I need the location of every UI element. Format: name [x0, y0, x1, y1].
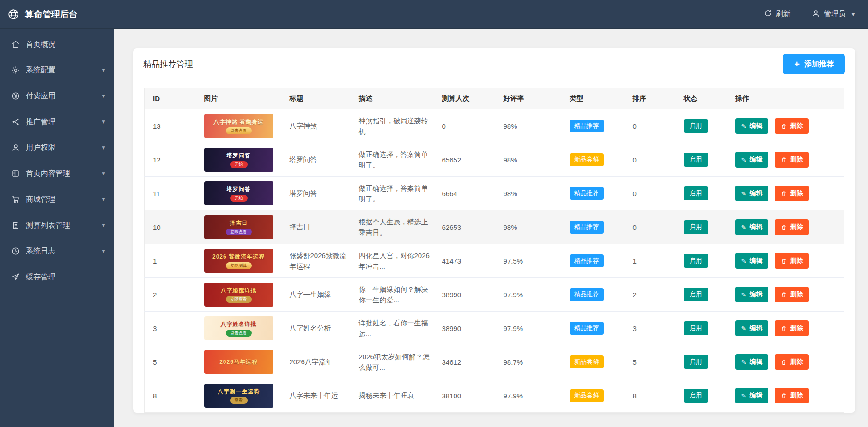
edit-button[interactable]: ✎ 编辑	[735, 388, 769, 403]
cell-rate: 98.7%	[497, 345, 563, 379]
cell-actions: ✎ 编辑 删除	[729, 278, 844, 312]
globe-icon	[7, 8, 19, 20]
edit-button[interactable]: ✎ 编辑	[735, 219, 769, 235]
cell-id: 12	[145, 143, 198, 177]
chevron-down-icon: ▼	[101, 67, 106, 73]
cell-rate: 98%	[497, 143, 563, 177]
cell-id: 11	[145, 177, 198, 210]
delete-button[interactable]: 删除	[775, 219, 809, 235]
cell-image: 2026 紫微流年运程 立即测算	[198, 244, 283, 278]
trash-icon	[781, 258, 787, 264]
cell-count: 65652	[436, 143, 497, 177]
cell-order: 2	[626, 278, 677, 312]
cell-order: 0	[626, 143, 677, 177]
sidebar-item-promotion[interactable]: 推广管理 ▼	[0, 109, 114, 135]
cell-status: 启用	[677, 312, 729, 345]
sidebar-item-home-content[interactable]: 首页内容管理 ▼	[0, 161, 114, 186]
pencil-icon: ✎	[741, 191, 747, 197]
sidebar-item-home[interactable]: 首页概况	[0, 31, 114, 57]
cell-order: 0	[626, 177, 677, 210]
document-icon	[11, 221, 20, 230]
trash-icon	[781, 191, 787, 197]
cell-description: 做正确选择，答案简单明了。	[352, 177, 436, 210]
pencil-icon: ✎	[741, 325, 747, 331]
cell-status: 启用	[677, 210, 729, 244]
banner-button-text: 点击查看	[226, 127, 252, 134]
col-actions: 操作	[729, 88, 844, 109]
refresh-button[interactable]: 刷新	[764, 9, 790, 19]
delete-button[interactable]: 删除	[775, 354, 809, 370]
cell-actions: ✎ 编辑 删除	[729, 177, 844, 210]
edit-button[interactable]: ✎ 编辑	[735, 287, 769, 302]
delete-button[interactable]: 删除	[775, 320, 809, 336]
delete-button[interactable]: 删除	[775, 152, 809, 168]
cell-count: 62653	[436, 210, 497, 244]
pencil-icon: ✎	[741, 359, 747, 365]
delete-button[interactable]: 删除	[775, 253, 809, 269]
sidebar-item-system-logs[interactable]: 系统日志 ▼	[0, 238, 114, 264]
user-icon	[11, 143, 20, 152]
cell-count: 34612	[436, 345, 497, 379]
banner-title-text: 八字神煞 看翻身运	[213, 118, 263, 126]
user-menu[interactable]: 管理员 ▼	[812, 9, 856, 19]
table-row: 8 八字测一生运势 查看 八字未来十年运 揭秘未来十年旺衰 38100 97.9…	[145, 379, 844, 413]
cell-title: 八字一生姻缘	[283, 278, 352, 312]
type-badge: 精品推荐	[570, 221, 604, 234]
delete-button[interactable]: 删除	[775, 287, 809, 302]
cell-status: 启用	[677, 345, 729, 379]
cell-id: 13	[145, 109, 198, 143]
table-row: 5 2026马年运程 2026八字流年 2026犯太岁如何解？怎么做可... 3…	[145, 345, 844, 379]
table-row: 11 塔罗问答 开始 塔罗问答 做正确选择，答案简单明了。 6664 98% 精…	[145, 177, 844, 210]
cell-type: 新品尝鲜	[563, 143, 626, 177]
cell-rate: 97.9%	[497, 379, 563, 413]
cell-description: 2026犯太岁如何解？怎么做可...	[352, 345, 436, 379]
table-row: 10 择吉日 立即查看 择吉日 根据个人生辰，精选上乘吉日。 62653 98%…	[145, 210, 844, 244]
add-recommend-button[interactable]: + 添加推荐	[783, 54, 845, 74]
col-rate: 好评率	[497, 88, 563, 109]
edit-button[interactable]: ✎ 编辑	[735, 320, 769, 336]
sidebar-item-cache[interactable]: 缓存管理	[0, 264, 114, 290]
cell-type: 精品推荐	[563, 278, 626, 312]
edit-button[interactable]: ✎ 编辑	[735, 152, 769, 168]
banner-button-text: 查看	[230, 397, 248, 404]
cell-status: 启用	[677, 278, 729, 312]
cell-id: 10	[145, 210, 198, 244]
col-order: 排序	[626, 88, 677, 109]
chevron-down-icon: ▼	[850, 11, 856, 18]
cell-actions: ✎ 编辑 删除	[729, 109, 844, 143]
sidebar-item-user-permissions[interactable]: 用户权限 ▼	[0, 135, 114, 161]
cell-type: 精品推荐	[563, 109, 626, 143]
cell-id: 1	[145, 244, 198, 278]
cell-image: 八字神煞 看翻身运 点击查看	[198, 109, 283, 143]
banner-title-text: 八字姓名详批	[221, 320, 257, 328]
edit-button[interactable]: ✎ 编辑	[735, 354, 769, 370]
banner-button-text: 立即查看	[226, 296, 252, 303]
cell-image: 八字姓名详批 点击查看	[198, 312, 283, 345]
type-badge: 精品推荐	[570, 187, 604, 200]
edit-button[interactable]: ✎ 编辑	[735, 186, 769, 201]
delete-button[interactable]: 删除	[775, 118, 809, 134]
type-badge: 新品尝鲜	[570, 355, 604, 368]
page-title: 精品推荐管理	[143, 59, 193, 70]
cell-image: 八字婚配详批 立即查看	[198, 278, 283, 312]
promo-banner-image: 八字姓名详批 点击查看	[204, 316, 273, 340]
sidebar-item-paid-apps[interactable]: 付费应用 ▼	[0, 83, 114, 109]
edit-button[interactable]: ✎ 编辑	[735, 253, 769, 269]
delete-button[interactable]: 删除	[775, 186, 809, 201]
edit-button[interactable]: ✎ 编辑	[735, 118, 769, 134]
sidebar-item-calc-list[interactable]: 测算列表管理 ▼	[0, 212, 114, 238]
pencil-icon: ✎	[741, 224, 747, 230]
chevron-down-icon: ▼	[101, 93, 106, 99]
cell-type: 精品推荐	[563, 312, 626, 345]
cell-status: 启用	[677, 379, 729, 413]
col-desc: 描述	[352, 88, 436, 109]
chevron-down-icon: ▼	[101, 144, 106, 151]
clock-icon	[11, 247, 20, 256]
sidebar-item-mall[interactable]: 商城管理 ▼	[0, 186, 114, 212]
sidebar-item-system-config[interactable]: 系统配置 ▼	[0, 57, 114, 83]
table-row: 12 塔罗问答 开始 塔罗问答 做正确选择，答案简单明了。 65652 98% …	[145, 143, 844, 177]
status-badge: 启用	[684, 389, 708, 403]
delete-button[interactable]: 删除	[775, 388, 809, 403]
cell-id: 2	[145, 278, 198, 312]
banner-button-text: 立即查看	[226, 229, 252, 235]
